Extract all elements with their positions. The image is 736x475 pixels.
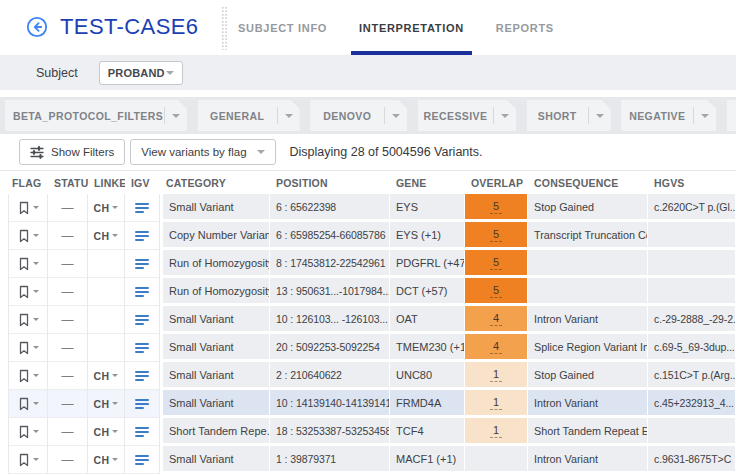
filter-sliders-icon	[30, 146, 44, 159]
overlap-count[interactable]: 5	[490, 200, 502, 214]
igv-tracks-icon	[135, 315, 149, 325]
igv-button[interactable]	[125, 362, 160, 390]
igv-button[interactable]	[125, 446, 160, 474]
cell-gene: FRMD4A	[390, 390, 465, 418]
case-header: TEST-CASE6 SUBJECT INFOINTERPRETATIONREP…	[0, 0, 736, 55]
overlap-count[interactable]: 1	[490, 368, 502, 382]
cell-overlap[interactable]: 5	[465, 278, 528, 306]
igv-button[interactable]	[125, 334, 160, 362]
overlap-count[interactable]: 5	[490, 256, 502, 270]
linked-dropdown[interactable]: CH	[88, 418, 125, 446]
column-header-overlap: OVERLAP	[465, 177, 528, 189]
cell-consequence: Short Tandem Repeat Expa	[528, 418, 648, 446]
view-mode-dropdown[interactable]: View variants by flag	[130, 139, 275, 165]
spacer	[0, 90, 736, 97]
flag-button[interactable]	[8, 334, 48, 362]
variant-table-header: FLAGSTATUSLINKEDIGVCATEGORYPOSITIONGENEO…	[0, 171, 736, 194]
igv-button[interactable]	[125, 306, 160, 334]
cell-overlap[interactable]: 1	[465, 418, 528, 446]
filter-tab-menu-button[interactable]	[277, 107, 300, 124]
filter-tab-negative[interactable]: NEGATIVE	[621, 100, 716, 131]
tab-interpretation[interactable]: INTERPRETATION	[359, 0, 464, 55]
linked-dropdown[interactable]: CH	[88, 362, 125, 390]
igv-button[interactable]	[125, 418, 160, 446]
linked-value: CH	[94, 426, 110, 438]
table-row[interactable]: —CHShort Tandem Repe...18 : 53253387-532…	[0, 418, 736, 446]
cell-overlap[interactable]: 5	[465, 222, 528, 250]
overlap-count[interactable]: 5	[490, 284, 502, 298]
cell-overlap[interactable]: 4	[465, 334, 528, 362]
flag-button[interactable]	[8, 278, 48, 306]
table-row[interactable]: —Run of Homozygosity8 : 17453812-2254296…	[0, 250, 736, 278]
linked-dropdown[interactable]: CH	[88, 222, 125, 250]
cell-overlap[interactable]: 1	[465, 362, 528, 390]
bookmark-flag-icon	[18, 313, 30, 327]
chevron-down-icon	[33, 318, 39, 321]
chevron-down-icon	[112, 458, 118, 461]
table-row[interactable]: —Run of Homozygosity13 : 950631...-10179…	[0, 278, 736, 306]
cell-category: Small Variant	[160, 306, 270, 334]
flag-button[interactable]	[8, 250, 48, 278]
filter-tab-short[interactable]: SHORT	[527, 100, 611, 131]
tab-subject-info[interactable]: SUBJECT INFO	[238, 0, 327, 55]
cell-position: 18 : 53253387-53253458	[270, 418, 390, 446]
filter-tab-menu-button[interactable]	[588, 107, 611, 124]
table-row[interactable]: —Small Variant20 : 5092253-5092254TMEM23…	[0, 334, 736, 362]
linked-dropdown[interactable]: CH	[88, 390, 125, 418]
table-row[interactable]: —Small Variant10 : 126103... -126103...O…	[0, 306, 736, 334]
flag-button[interactable]	[8, 390, 48, 418]
subject-select[interactable]: PROBAND	[99, 61, 183, 85]
cell-hgvs: c.9631-8675T>C	[648, 446, 736, 474]
filter-tab-beta_protocol_filters[interactable]: BETA_PROTOCOL_FILTERS	[5, 100, 187, 131]
cell-category: Small Variant	[160, 446, 270, 474]
flag-button[interactable]	[8, 446, 48, 474]
overlap-count[interactable]: 4	[490, 312, 502, 326]
linked-dropdown[interactable]: CH	[88, 446, 125, 474]
table-row[interactable]: —CHSmall Variant1 : 39879371MACF1 (+1)In…	[0, 446, 736, 474]
show-filters-button[interactable]: Show Filters	[19, 139, 125, 165]
status-dash: —	[62, 425, 74, 439]
table-row[interactable]: —CHSmall Variant6 : 65622398EYS5Stop Gai…	[0, 194, 736, 222]
igv-button[interactable]	[125, 250, 160, 278]
overlap-count[interactable]: 4	[490, 340, 502, 354]
overlap-count[interactable]: 5	[490, 228, 502, 242]
filter-tab-recessive[interactable]: RECESSIVE	[418, 100, 516, 131]
filter-tab-menu-button[interactable]	[384, 107, 407, 124]
cell-category: Small Variant	[160, 362, 270, 390]
filter-tab-denovo[interactable]: DENOVO	[310, 100, 407, 131]
igv-tracks-icon	[135, 259, 149, 269]
chevron-down-icon	[33, 402, 39, 405]
igv-button[interactable]	[125, 390, 160, 418]
flag-button[interactable]	[8, 418, 48, 446]
overlap-count[interactable]: 1	[490, 396, 502, 410]
cell-overlap[interactable]: 5	[465, 250, 528, 278]
filter-tab-general[interactable]: GENERAL	[198, 100, 300, 131]
overlap-count[interactable]: 1	[490, 424, 502, 438]
flag-button[interactable]	[8, 362, 48, 390]
chevron-down-icon	[33, 206, 39, 209]
igv-tracks-icon	[135, 371, 149, 381]
flag-button[interactable]	[8, 194, 48, 222]
filter-tab-menu-button[interactable]	[693, 107, 716, 124]
table-row[interactable]: —CHSmall Variant10 : 14139140-14139141FR…	[0, 390, 736, 418]
igv-button[interactable]	[125, 194, 160, 222]
linked-dropdown[interactable]: CH	[88, 194, 125, 222]
back-button[interactable]	[26, 16, 48, 38]
tab-reports[interactable]: REPORTS	[496, 0, 554, 55]
filter-tab-menu-button[interactable]	[164, 107, 187, 124]
cell-overlap[interactable]: 1	[465, 390, 528, 418]
flag-button[interactable]	[8, 222, 48, 250]
panel-drag-handle[interactable]	[221, 6, 228, 50]
chevron-down-icon	[112, 402, 118, 405]
cell-category: Copy Number Variant	[160, 222, 270, 250]
cell-overlap[interactable]: 4	[465, 306, 528, 334]
cell-overlap[interactable]: 5	[465, 194, 528, 222]
row-gutter	[0, 334, 8, 362]
filter-tab-menu-button[interactable]	[493, 107, 516, 124]
cell-position: 20 : 5092253-5092254	[270, 334, 390, 362]
igv-button[interactable]	[125, 222, 160, 250]
table-row[interactable]: —CHSmall Variant2 : 210640622UNC801Stop …	[0, 362, 736, 390]
flag-button[interactable]	[8, 306, 48, 334]
table-row[interactable]: —CHCopy Number Variant6 : 65985254-66085…	[0, 222, 736, 250]
igv-button[interactable]	[125, 278, 160, 306]
